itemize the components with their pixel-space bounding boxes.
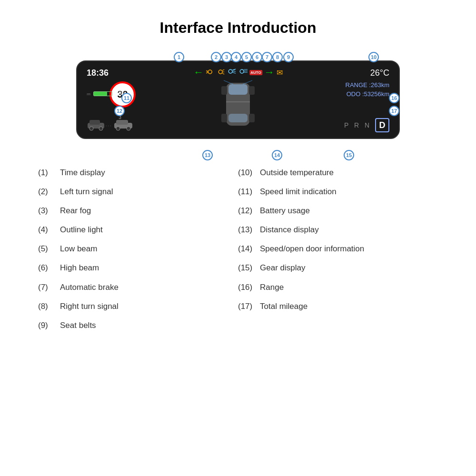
- badge-11: 11: [121, 93, 132, 103]
- legend-num: (17): [238, 301, 256, 312]
- badge-9: 9: [283, 52, 294, 62]
- legend-num: (10): [238, 168, 256, 178]
- legend-item: (3)Rear fog: [38, 206, 238, 216]
- legend-num: (5): [38, 244, 56, 254]
- legend-label: Outside temperature: [260, 168, 334, 178]
- svg-text:· · ·: · · ·: [106, 124, 111, 128]
- right-turn-arrow-icon: →: [264, 66, 275, 79]
- badge-13: 13: [202, 150, 213, 160]
- seatbelt-icon: ✉: [277, 68, 283, 77]
- legend-num: (13): [238, 225, 256, 235]
- legend-item: (10)Outside temperature: [238, 168, 438, 178]
- legend-item: (7)Automatic brake: [38, 282, 238, 293]
- svg-rect-33: [249, 114, 255, 122]
- legend-label: Outline light: [60, 225, 103, 235]
- svg-point-4: [218, 70, 222, 74]
- legend-label: Right turn signal: [60, 301, 119, 312]
- range-text: RANGE :263km: [346, 81, 389, 89]
- badge-7: 7: [262, 52, 272, 62]
- svg-rect-23: [116, 120, 128, 125]
- dashboard-container: 18:36 26°C ←: [29, 60, 447, 139]
- legend-label: Total mileage: [260, 301, 307, 312]
- battery-bar: [93, 91, 112, 96]
- rear-fog-icon: [206, 69, 214, 77]
- gear-section: P R N D: [344, 118, 389, 132]
- legend-label: Speed/open door information: [260, 244, 364, 254]
- legend-item: (4)Outline light: [38, 225, 238, 235]
- plug-icon: ⎓: [87, 90, 90, 98]
- legend-num: (6): [38, 263, 56, 273]
- legend-num: (4): [38, 225, 56, 235]
- svg-line-35: [224, 80, 233, 84]
- battery-bar-fill: [94, 92, 107, 96]
- legend-label: Battery usage: [260, 206, 310, 216]
- legend-section: (1)Time display(2)Left turn signal(3)Rea…: [0, 168, 476, 331]
- legend-num: (2): [38, 187, 56, 197]
- badge-5: 5: [241, 52, 252, 62]
- legend-item: (14)Speed/open door information: [238, 244, 438, 254]
- svg-line-11: [232, 72, 236, 73]
- legend-label: High beam: [60, 263, 99, 273]
- svg-point-24: [116, 127, 120, 130]
- legend-item: (8)Right turn signal: [38, 301, 238, 312]
- badge-2: 2: [211, 52, 221, 62]
- legend-num: (16): [238, 282, 256, 293]
- svg-line-3: [206, 72, 208, 73]
- svg-point-8: [228, 69, 232, 73]
- legend-col-right: (10)Outside temperature(11)Speed limit i…: [238, 168, 438, 331]
- legend-item: (16)Range: [238, 282, 438, 293]
- legend-label: Time display: [60, 168, 105, 178]
- legend-col-left: (1)Time display(2)Left turn signal(3)Rea…: [38, 168, 238, 331]
- range-odo-section: RANGE :263km ODO :53256km: [346, 81, 389, 98]
- car-top-view: [219, 76, 257, 133]
- svg-point-25: [127, 127, 130, 130]
- auto-brake-icon: AUTO: [249, 70, 262, 75]
- legend-num: (14): [238, 244, 256, 254]
- page-title: Interface Introduction: [0, 0, 476, 46]
- svg-line-36: [243, 80, 252, 84]
- dashboard-temp: 26°C: [370, 68, 389, 78]
- legend-label: Gear display: [260, 263, 305, 273]
- left-turn-arrow-icon: ←: [193, 66, 204, 79]
- legend-item: (12)Battery usage: [238, 206, 438, 216]
- badge-14: 14: [272, 150, 282, 160]
- legend-num: (1): [38, 168, 56, 178]
- dashboard-wrapper: 18:36 26°C ←: [76, 60, 400, 139]
- legend-num: (7): [38, 282, 56, 293]
- battery-row: ⎓ 73%: [87, 90, 127, 98]
- gear-d: D: [375, 118, 389, 132]
- svg-rect-31: [249, 86, 255, 95]
- legend-item: (15)Gear display: [238, 263, 438, 273]
- legend-label: Left turn signal: [60, 187, 113, 197]
- svg-rect-32: [221, 114, 227, 122]
- outline-light-icon: [216, 69, 225, 77]
- legend-item: (2)Left turn signal: [38, 187, 238, 197]
- svg-point-0: [208, 70, 212, 74]
- legend-label: Rear fog: [60, 206, 91, 216]
- svg-rect-18: [89, 120, 100, 125]
- svg-line-5: [222, 69, 224, 70]
- legend-item: (9)Seat belts: [38, 320, 238, 331]
- badge-16: 16: [389, 93, 399, 103]
- odo-text: ODO :53256km: [346, 90, 389, 98]
- legend-label: Seat belts: [60, 320, 96, 331]
- legend-num: (15): [238, 263, 256, 273]
- legend-num: (3): [38, 206, 56, 216]
- legend-num: (8): [38, 301, 56, 312]
- badge-10: 10: [368, 52, 379, 62]
- legend-num: (12): [238, 206, 256, 216]
- badge-4: 4: [231, 52, 241, 62]
- legend-item: (1)Time display: [38, 168, 238, 178]
- badge-8: 8: [272, 52, 283, 62]
- badge-17: 17: [389, 106, 399, 116]
- dashboard-time: 18:36: [87, 68, 109, 78]
- legend-item: (13)Distance display: [238, 225, 438, 235]
- car-top-svg: [219, 76, 257, 133]
- svg-point-20: [99, 127, 103, 130]
- legend-label: Distance display: [260, 225, 319, 235]
- distance-cars-svg: · · · 3: [87, 114, 134, 133]
- legend-num: (9): [38, 320, 56, 331]
- badge-3: 3: [221, 52, 232, 62]
- tesla-side-view: · · · 3: [87, 114, 134, 133]
- legend-label: Range: [260, 282, 284, 293]
